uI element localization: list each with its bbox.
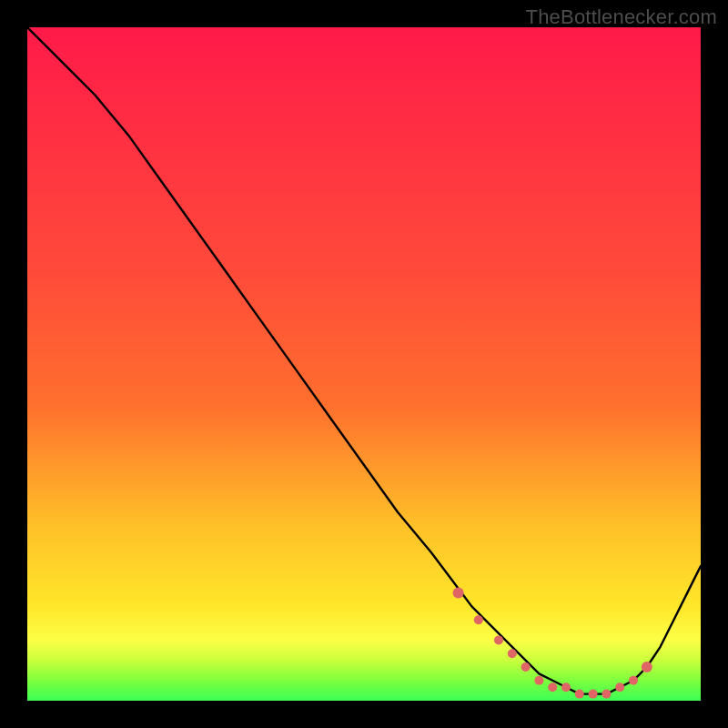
marker-dot — [521, 662, 531, 672]
marker-dot — [508, 649, 517, 658]
marker-dot — [615, 682, 624, 692]
marker-dot — [561, 682, 571, 692]
marker-dot — [575, 690, 584, 699]
marker-dot — [474, 615, 483, 624]
marker-dot — [589, 690, 598, 699]
marker-dot — [548, 682, 557, 692]
marker-dot — [629, 676, 638, 685]
marker-dot — [453, 588, 464, 599]
marker-dot — [602, 690, 611, 699]
marker-dot — [494, 635, 503, 644]
marker-dot — [534, 676, 543, 685]
bottleneck-chart — [27, 27, 701, 701]
chart-frame: TheBottlenecker.com — [0, 0, 728, 728]
marker-dot — [642, 662, 652, 672]
gradient-background — [27, 27, 701, 701]
watermark-text: TheBottlenecker.com — [526, 5, 717, 29]
